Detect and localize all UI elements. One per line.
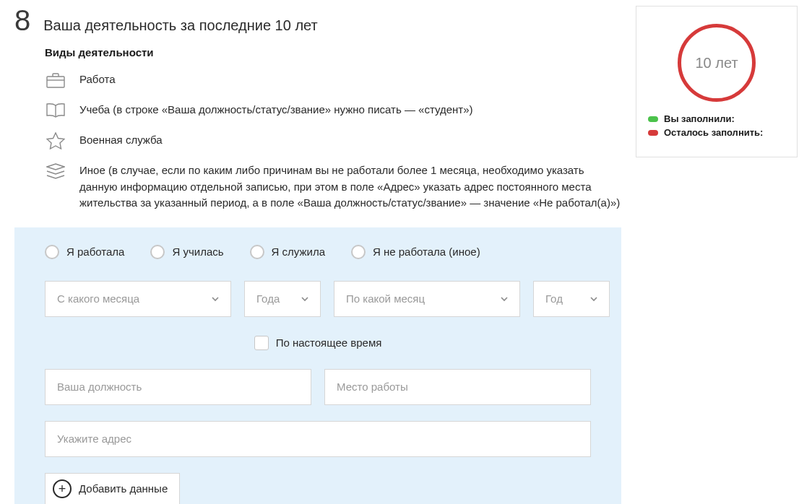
radio-icon <box>150 245 165 259</box>
select-placeholder: Год <box>545 292 563 305</box>
book-icon <box>45 102 66 119</box>
add-button-label: Добавить данные <box>79 482 168 495</box>
radio-served[interactable]: Я служила <box>250 245 325 259</box>
legend-label: Осталось заполнить: <box>664 127 763 138</box>
activity-list: Работа Учеба (в строке «Ваша должность/с… <box>45 71 621 212</box>
radio-icon <box>250 245 264 259</box>
stack-icon <box>45 162 66 180</box>
dot-red-icon <box>648 130 658 136</box>
activity-label: Работа <box>79 71 621 88</box>
chevron-down-icon <box>300 294 310 304</box>
radio-label: Я не работала (иное) <box>373 246 480 258</box>
legend-remaining: Осталось заполнить: <box>648 127 785 138</box>
star-icon <box>45 132 66 149</box>
to-month-select[interactable]: По какой месяц <box>334 281 520 317</box>
position-input[interactable]: Ваша должность <box>45 369 311 405</box>
activity-item-study: Учеба (в строке «Ваша должность/статус/з… <box>45 102 621 119</box>
input-placeholder: Место работы <box>337 381 408 393</box>
select-placeholder: С какого месяца <box>57 292 139 305</box>
legend-filled: Вы заполнили: <box>648 113 785 124</box>
address-input[interactable]: Укажите адрес <box>45 421 591 457</box>
progress-sidebar: 10 лет Вы заполнили: Осталось заполнить: <box>636 6 798 157</box>
plus-icon: + <box>53 479 72 498</box>
progress-ring: 10 лет <box>678 24 756 102</box>
add-data-button[interactable]: + Добавить данные <box>45 473 180 505</box>
radio-label: Я работала <box>66 246 124 258</box>
radio-icon <box>351 245 366 259</box>
to-year-select[interactable]: Год <box>533 281 610 317</box>
select-placeholder: По какой месяц <box>346 292 425 305</box>
activity-item-other: Иное (в случае, если по каким либо причи… <box>45 162 621 212</box>
radio-label: Я училась <box>172 246 223 258</box>
activity-label: Иное (в случае, если по каким либо причи… <box>79 162 621 212</box>
step-title: Ваша деятельность за последние 10 лет <box>43 17 317 34</box>
activities-heading: Виды деятельности <box>45 46 621 58</box>
radio-worked[interactable]: Я работала <box>45 245 124 259</box>
present-checkbox[interactable]: По настоящее время <box>254 336 382 350</box>
radio-icon <box>45 245 59 259</box>
briefcase-icon <box>45 71 66 89</box>
chevron-down-icon <box>210 294 220 304</box>
activity-label: Учеба (в строке «Ваша должность/статус/з… <box>79 102 621 118</box>
radio-label: Я служила <box>272 246 325 258</box>
input-placeholder: Укажите адрес <box>57 433 131 445</box>
radio-studied[interactable]: Я училась <box>150 245 223 259</box>
checkbox-label: По настоящее время <box>276 336 382 349</box>
legend-label: Вы заполнили: <box>664 113 735 124</box>
step-number: 8 <box>14 6 30 35</box>
activity-item-work: Работа <box>45 71 621 89</box>
from-year-select[interactable]: Года <box>244 281 321 317</box>
chevron-down-icon <box>589 294 599 304</box>
activity-item-military: Военная служба <box>45 132 621 149</box>
dot-green-icon <box>648 116 658 122</box>
input-placeholder: Ваша должность <box>57 381 142 393</box>
select-placeholder: Года <box>256 292 280 305</box>
chevron-down-icon <box>499 294 509 304</box>
workplace-input[interactable]: Место работы <box>324 369 591 405</box>
radio-group: Я работала Я училась Я служила Я не рабо… <box>45 245 591 259</box>
from-month-select[interactable]: С какого месяца <box>45 281 231 317</box>
radio-other[interactable]: Я не работала (иное) <box>351 245 480 259</box>
ring-label: 10 лет <box>695 55 738 71</box>
checkbox-icon <box>254 336 269 350</box>
activity-label: Военная служба <box>79 132 621 149</box>
svg-rect-0 <box>47 77 64 87</box>
form-panel: Я работала Я училась Я служила Я не рабо… <box>14 227 621 505</box>
